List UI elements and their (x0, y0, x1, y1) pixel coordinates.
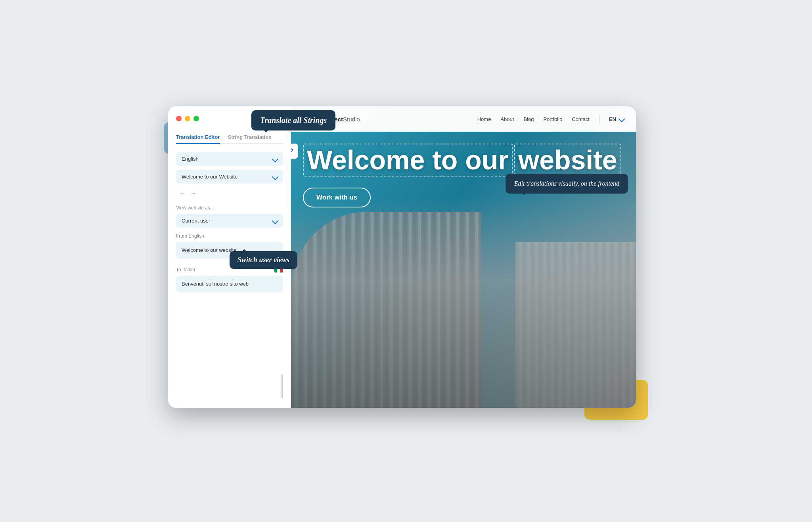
edit-translations-bubble: Edit translations visually, on the front… (506, 174, 628, 194)
hero-line2: website (515, 144, 620, 176)
dot-minimize[interactable] (185, 116, 190, 121)
arrow-row: ← → (179, 190, 283, 197)
pencil-icon (291, 148, 294, 155)
hero-line2-wrapper: website (514, 144, 621, 177)
nav-portfolio[interactable]: Portfolio (543, 116, 562, 122)
hero-line1-box: Welcome to our (303, 144, 513, 177)
nav-blog[interactable]: Blog (523, 116, 534, 122)
switch-user-views-bubble: Switch user views (230, 251, 297, 269)
to-section-label: To Italian (176, 267, 195, 273)
edit-icon-button[interactable] (291, 144, 298, 159)
language-selector[interactable]: EN (609, 116, 624, 122)
view-section-label: View website as... (176, 205, 283, 211)
nav-about[interactable]: About (500, 116, 514, 122)
outer-wrapper: Translation Editor String Translation En… (168, 106, 644, 416)
view-dropdown-chevron (272, 217, 279, 224)
language-dropdown-label: English (182, 156, 199, 162)
back-arrow-button[interactable]: ← (179, 190, 186, 197)
right-panel: ArchitectStudio Home About Blog Portfoli… (291, 106, 636, 408)
string-dropdown-chevron (272, 173, 279, 180)
string-dropdown[interactable]: Welcome to our Website (176, 170, 283, 184)
language-dropdown-chevron (272, 155, 279, 162)
building-overlay (291, 197, 636, 408)
nav-contact[interactable]: Contact (572, 116, 590, 122)
tab-translation-editor[interactable]: Translation Editor (176, 131, 220, 144)
nav-divider (599, 115, 599, 123)
to-text-box: Benvenuti sul nostro sito web (176, 276, 283, 292)
translate-all-strings-bubble: Translate all Strings (251, 110, 335, 130)
dot-close[interactable] (176, 116, 182, 121)
hero-line1: Welcome to our (307, 146, 509, 174)
language-dropdown[interactable]: English (176, 152, 283, 166)
lang-chevron (619, 116, 625, 123)
site-nav-links: Home About Blog Portfolio Contact EN (477, 115, 624, 123)
forward-arrow-button[interactable]: → (190, 190, 197, 197)
nav-home[interactable]: Home (477, 116, 491, 122)
from-section-label: From English (176, 233, 283, 239)
string-dropdown-label: Welcome to our Website (182, 174, 237, 180)
dot-maximize[interactable] (193, 116, 199, 121)
view-dropdown[interactable]: Current user (176, 214, 283, 228)
scrollbar (282, 374, 283, 398)
site-navbar: ArchitectStudio Home About Blog Portfoli… (291, 106, 636, 132)
view-dropdown-label: Current user (182, 218, 210, 224)
cta-button[interactable]: Work with us (303, 188, 371, 207)
